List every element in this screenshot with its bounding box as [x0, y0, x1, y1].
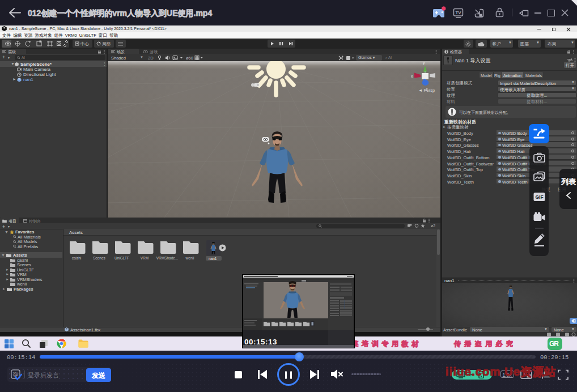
svg-text:◄ Persp: ◄ Persp	[418, 88, 435, 93]
svg-text:ø2: ø2	[431, 224, 435, 228]
svg-text:VRMShade...: VRMShade...	[156, 256, 179, 260]
svg-text:wenli: wenli	[185, 256, 194, 260]
svg-text:TV: TV	[455, 10, 461, 15]
svg-text:ø60: ø60	[186, 56, 193, 61]
svg-text:y: y	[423, 61, 425, 65]
svg-text:VRM: VRM	[141, 256, 149, 260]
svg-text:x: x	[411, 74, 413, 78]
svg-text:caizhi: caizhi	[72, 256, 82, 260]
svg-text:GIF: GIF	[535, 194, 543, 200]
svg-text:UniGLTF: UniGLTF	[114, 256, 129, 260]
svg-text:Scenes: Scenes	[93, 256, 105, 260]
